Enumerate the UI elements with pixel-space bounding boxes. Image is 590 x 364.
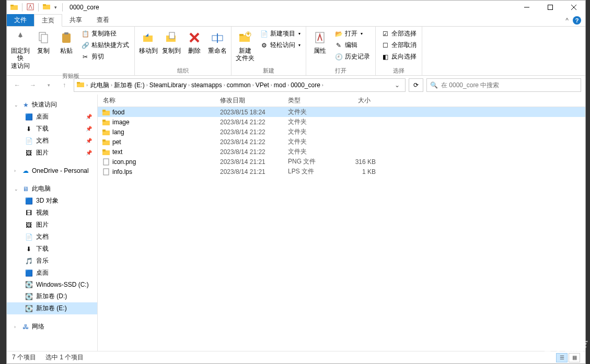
details-view-button[interactable]: ☰ (556, 353, 568, 362)
new-folder-button[interactable]: ✦ 新建 文件夹 (234, 28, 257, 63)
breadcrumb[interactable]: 0000_core (290, 81, 321, 89)
tab-home[interactable]: 主页 (34, 14, 62, 27)
ribbon-group-select: ☑全部选择 ☐全部取消 ◧反向选择 选择 (376, 27, 422, 75)
breadcrumb[interactable]: 新加卷 (E:) (113, 81, 146, 90)
sidebar-item[interactable]: 🟦桌面📌 (7, 111, 97, 123)
file-row[interactable]: food2023/8/15 18:24文件夹 (98, 107, 585, 117)
network-header[interactable]: › 🖧 网络 (7, 321, 97, 333)
breadcrumb[interactable]: mod (273, 81, 287, 89)
copy-button[interactable]: 复制 (32, 28, 55, 55)
sidebar-item[interactable]: 📄文档 (7, 231, 97, 243)
file-row[interactable]: info.lps2023/8/14 21:21LPS 文件1 KB (98, 167, 585, 177)
new-item-button[interactable]: 📄新建项目▾ (258, 28, 303, 39)
sidebar-item[interactable]: 💽Windows-SSD (C:) (7, 279, 97, 290)
refresh-button[interactable]: ⟳ (409, 78, 423, 92)
sidebar-item[interactable]: ⬇下载📌 (7, 123, 97, 135)
tab-view[interactable]: 查看 (89, 14, 117, 26)
item-icon: 🟦 (25, 113, 33, 121)
svg-rect-38 (103, 169, 109, 175)
up-button[interactable]: ↑ (58, 79, 71, 91)
sidebar-item[interactable]: 🎞视频 (7, 207, 97, 219)
item-icon: 🎞 (25, 209, 33, 217)
rename-button[interactable]: 重命名 (206, 28, 229, 55)
breadcrumb[interactable]: steamapps (190, 81, 223, 89)
file-row[interactable]: lang2023/8/14 21:22文件夹 (98, 127, 585, 137)
chevron-right-icon[interactable]: › (321, 83, 324, 88)
search-input[interactable] (441, 81, 577, 89)
breadcrumb[interactable]: 此电脑 (89, 81, 110, 90)
paste-shortcut-button[interactable]: 🔗粘贴快捷方式 (79, 40, 131, 51)
pin-to-quick-access-button[interactable]: 固定到快 速访问 (9, 28, 32, 71)
forward-button[interactable]: → (27, 79, 39, 91)
sidebar-item[interactable]: 🟦3D 对象 (7, 195, 97, 207)
this-pc-header[interactable]: ⌄ 🖥 此电脑 (7, 183, 97, 195)
file-row[interactable]: image2023/8/14 21:22文件夹 (98, 117, 585, 127)
select-none-button[interactable]: ☐全部取消 (379, 40, 419, 51)
move-to-button[interactable]: 移动到 (137, 28, 160, 55)
svg-rect-32 (102, 130, 106, 132)
open-button[interactable]: 📂打开▾ (332, 28, 372, 39)
back-button[interactable]: ← (11, 79, 24, 91)
close-button[interactable] (562, 1, 585, 14)
history-button[interactable]: 🕘历史记录 (332, 51, 372, 62)
easy-access-button[interactable]: ⚙轻松访问▾ (258, 40, 303, 51)
recent-dropdown[interactable]: ▾ (42, 79, 55, 91)
breadcrumb[interactable]: common (226, 81, 252, 89)
delete-button[interactable]: 删除 (183, 28, 206, 55)
file-type: 文件夹 (288, 108, 344, 116)
ribbon-group-open: 属性 📂打开▾ ✎编辑 🕘历史记录 打开 (306, 27, 376, 75)
file-name: info.lps (112, 168, 220, 175)
svg-rect-21 (239, 34, 244, 36)
sidebar-item[interactable]: 🟦桌面 (7, 267, 97, 279)
sidebar-item[interactable]: 🖼图片 (7, 219, 97, 231)
quick-access-header[interactable]: ⌄ ★ 快速访问 (7, 99, 97, 111)
select-all-button[interactable]: ☑全部选择 (379, 28, 419, 39)
file-row[interactable]: icon.png2023/8/14 21:21PNG 文件316 KB (98, 157, 585, 167)
sidebar-item[interactable]: ⬇下载 (7, 243, 97, 255)
column-size[interactable]: 大小 (344, 96, 376, 105)
collapse-ribbon-icon[interactable]: ^ (565, 17, 569, 24)
edit-button[interactable]: ✎编辑 (332, 40, 372, 51)
qat-folder-icon[interactable] (42, 3, 51, 13)
sidebar-item[interactable]: 💽新加卷 (D:) (7, 290, 97, 302)
tab-share[interactable]: 共享 (62, 14, 89, 26)
help-icon[interactable]: ? (573, 16, 581, 25)
address-dropdown[interactable]: ⌄ (391, 81, 403, 89)
search-box[interactable]: 🔍 (426, 78, 581, 92)
file-row[interactable]: pet2023/8/14 21:22文件夹 (98, 137, 585, 147)
file-row[interactable]: text2023/8/14 21:22文件夹 (98, 147, 585, 157)
column-date[interactable]: 修改日期 (220, 96, 288, 105)
qat-properties-icon[interactable] (26, 3, 34, 13)
column-headers: 名称 修改日期 类型 大小 (98, 95, 585, 107)
icons-view-button[interactable]: ▦ (569, 353, 580, 362)
chevron-down-icon: ▾ (298, 43, 300, 48)
copy-to-icon (163, 29, 180, 46)
file-list[interactable]: food2023/8/15 18:24文件夹image2023/8/14 21:… (98, 107, 585, 351)
column-name[interactable]: 名称 (98, 96, 220, 105)
qat-dropdown-icon[interactable]: ▾ (53, 5, 59, 10)
file-size: 1 KB (344, 168, 376, 175)
onedrive-header[interactable]: › ☁ OneDrive - Personal (7, 165, 97, 177)
address-bar[interactable]: › 此电脑›新加卷 (E:)›SteamLibrary›steamapps›co… (74, 78, 406, 92)
file-date: 2023/8/14 21:22 (220, 119, 288, 126)
sidebar-item[interactable]: 🖼图片📌 (7, 147, 97, 159)
cut-button[interactable]: ✂剪切 (79, 51, 131, 62)
maximize-button[interactable] (538, 1, 562, 14)
chevron-right-icon[interactable]: › (86, 83, 88, 88)
sidebar-item[interactable]: 💽新加卷 (E:) (7, 302, 97, 314)
copy-to-button[interactable]: 复制到 (160, 28, 183, 55)
properties-button[interactable]: 属性 (308, 28, 331, 55)
tab-file[interactable]: 文件 (7, 14, 34, 26)
breadcrumb[interactable]: SteamLibrary (148, 81, 188, 89)
paste-button[interactable]: 粘贴 (55, 28, 78, 55)
sidebar-item[interactable]: 🎵音乐 (7, 255, 97, 267)
pin-icon (12, 29, 29, 46)
breadcrumb[interactable]: VPet (254, 81, 270, 89)
delete-icon (186, 29, 203, 46)
column-type[interactable]: 类型 (288, 96, 344, 105)
search-icon: 🔍 (430, 81, 438, 89)
minimize-button[interactable] (515, 1, 538, 14)
sidebar-item[interactable]: 📄文档📌 (7, 135, 97, 147)
invert-selection-button[interactable]: ◧反向选择 (379, 51, 419, 62)
copy-path-button[interactable]: 📋复制路径 (79, 28, 131, 39)
